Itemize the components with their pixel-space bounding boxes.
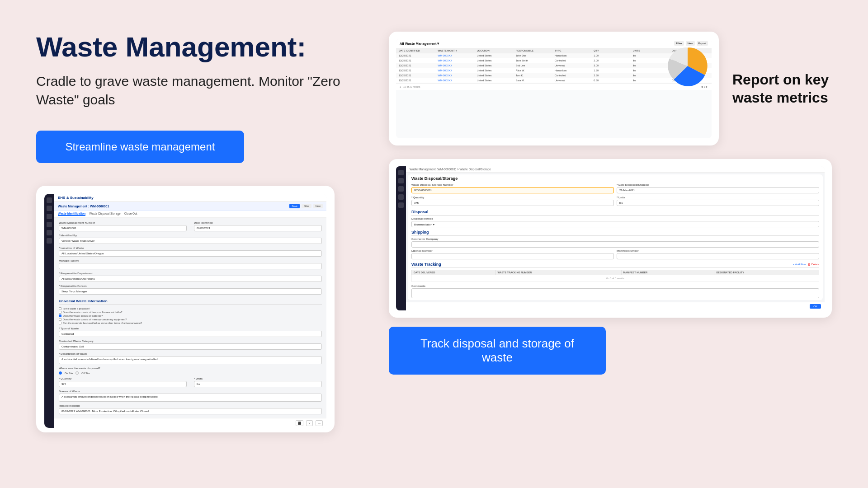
right-save-btn[interactable]: OK bbox=[810, 304, 821, 309]
field-comments: Comments bbox=[411, 285, 819, 298]
field-row-1: Waste Management Number WM-000001 Date I… bbox=[59, 221, 322, 231]
input-source[interactable]: A substantial amount of diesel has been … bbox=[59, 394, 322, 402]
new-btn[interactable]: New bbox=[313, 204, 323, 208]
right-form-bottom-bar: OK bbox=[406, 302, 825, 310]
sidebar-icon-2 bbox=[47, 206, 52, 211]
input-dept[interactable]: All Departments/Operations bbox=[59, 276, 322, 282]
table-export-btn[interactable]: Export bbox=[697, 41, 708, 46]
tracking-actions: + Add Row 🗑 Delete bbox=[793, 263, 819, 266]
table-filter-btn[interactable]: Filter bbox=[674, 41, 684, 46]
input-related-incident[interactable]: 06/07/2021 WM-000001: Mine Production: O… bbox=[59, 408, 322, 414]
right-section-title: Waste Disposal/Storage bbox=[411, 176, 819, 181]
input-description[interactable]: A substantial amount of diesel has been … bbox=[59, 356, 322, 364]
input-category[interactable]: Contaminated Soil bbox=[59, 343, 322, 350]
right-sb-icon-1 bbox=[398, 170, 404, 175]
cell-date: 12/28/2021 bbox=[399, 79, 436, 82]
track-disposal-cta-button[interactable]: Track disposal and storage of waste bbox=[389, 327, 606, 375]
field-quantity: * Quantity 375 bbox=[411, 196, 614, 206]
th-manifest-num: MANIFEST NUMBER bbox=[621, 270, 714, 275]
section-universal-waste: Universal Waste Information bbox=[59, 299, 322, 305]
label-manage-facility: Manage Facility bbox=[59, 259, 322, 262]
label-wm-number: Waste Management Number bbox=[59, 221, 187, 224]
save-btn[interactable]: Save bbox=[289, 204, 300, 208]
cb-mercury[interactable] bbox=[59, 318, 61, 321]
field-identified-by: * Identified By Vendor: Waste Truck Driv… bbox=[59, 234, 322, 244]
input-wm-number[interactable]: WM-000001 bbox=[59, 225, 187, 231]
cell-wm[interactable]: WM-000XXX bbox=[438, 59, 475, 62]
field-manifest: Manifest Number bbox=[617, 249, 819, 259]
bottom-more-btn[interactable]: ⋯ bbox=[316, 420, 323, 426]
mock-form-area: Waste Management Number WM-000001 Date I… bbox=[54, 218, 326, 418]
cb-lamps[interactable] bbox=[59, 311, 61, 314]
input-location[interactable]: All Locations/United States/Oregon bbox=[59, 250, 322, 257]
field-location: * Location of Waste All Locations/United… bbox=[59, 247, 322, 257]
cell-wm[interactable]: WM-000XXX bbox=[438, 54, 475, 57]
input-units-right[interactable]: lbs bbox=[617, 200, 819, 206]
input-license[interactable] bbox=[411, 253, 614, 259]
cb-other[interactable] bbox=[59, 322, 61, 324]
sidebar-icon-3 bbox=[47, 214, 52, 219]
table-row: 12/28/2021 WM-000XXX United States Jane … bbox=[396, 58, 712, 63]
field-type-waste: * Type of Waste Controlled bbox=[59, 327, 322, 337]
cb-label-batteries: Does the waste consist of batteries? bbox=[63, 314, 103, 317]
delete-row-btn[interactable]: 🗑 Delete bbox=[808, 263, 819, 266]
checkbox-pesticide: Is the waste a pesticide? bbox=[59, 307, 322, 310]
input-contractor[interactable] bbox=[411, 241, 819, 248]
tracking-title: Waste Tracking bbox=[411, 262, 441, 267]
input-date-shipped[interactable]: 23-Mar-2021 bbox=[617, 187, 819, 193]
cell-loc: United States bbox=[477, 69, 514, 72]
field-where-disposed: Where was the waste disposed? On Site Of… bbox=[59, 367, 322, 375]
cell-units: lbs bbox=[633, 74, 670, 77]
table-new-btn[interactable]: New bbox=[686, 41, 695, 46]
checkbox-group: Is the waste a pesticide? Does the waste… bbox=[59, 307, 322, 324]
cell-wm[interactable]: WM-000XXX bbox=[438, 74, 475, 77]
input-disposal-method[interactable]: Bioremediation ▾ bbox=[411, 221, 819, 227]
cell-wm[interactable]: WM-000XXX bbox=[438, 64, 475, 67]
tracking-table: DATE DELIVERED WASTE TRACKING NUMBER MAN… bbox=[411, 270, 819, 282]
cell-wm[interactable]: WM-000XXX bbox=[438, 79, 475, 82]
input-person[interactable]: Story, Tony: Manager bbox=[59, 288, 322, 295]
sidebar-icon-4 bbox=[47, 222, 52, 227]
radio-off-site[interactable] bbox=[75, 371, 79, 375]
cell-units: lbs bbox=[633, 69, 670, 72]
input-units[interactable]: lbs bbox=[194, 381, 322, 387]
disposal-section: Disposal Disposal Method Bioremediation … bbox=[411, 210, 819, 227]
breadcrumb-storage[interactable]: Waste Disposal Storage bbox=[89, 212, 121, 216]
right-sb-icon-3 bbox=[398, 186, 404, 192]
filter-btn[interactable]: Filter bbox=[302, 204, 311, 208]
cb-pesticide[interactable] bbox=[59, 307, 61, 310]
cell-loc: United States bbox=[477, 59, 514, 62]
input-manifest[interactable] bbox=[617, 253, 819, 259]
field-source: Source of Waste A substantial amount of … bbox=[59, 390, 322, 402]
input-manage-facility[interactable] bbox=[59, 263, 322, 269]
breadcrumb-closeout[interactable]: Close Out bbox=[124, 212, 137, 216]
field-person: * Responsible Person Story, Tony: Manage… bbox=[59, 285, 322, 295]
cell-type: Controlled bbox=[555, 74, 592, 77]
input-identified-by[interactable]: Vendor: Waste Truck Driver bbox=[59, 238, 322, 244]
table-with-chart: DATE IDENTIFIED WASTE MGMT # LOCATION RE… bbox=[396, 48, 712, 83]
input-quantity[interactable]: 375 bbox=[411, 200, 614, 206]
cell-person: Bob Lee bbox=[516, 64, 553, 67]
add-row-btn[interactable]: + Add Row bbox=[793, 263, 806, 266]
bottom-delete-btn[interactable]: ✕ bbox=[306, 420, 313, 426]
input-type-waste[interactable]: Controlled bbox=[59, 331, 322, 337]
input-date-identified[interactable]: 06/07/2021 bbox=[194, 225, 322, 231]
radio-on-site[interactable] bbox=[59, 371, 62, 375]
table-footer: 1 - 10 of 20 results ◀ 1 ▶ bbox=[396, 83, 712, 90]
cell-date: 12/28/2021 bbox=[399, 69, 436, 72]
breadcrumb-identification[interactable]: Waste Identification bbox=[58, 212, 85, 216]
streamline-cta-button[interactable]: Streamline waste management bbox=[36, 131, 244, 163]
input-comments[interactable] bbox=[411, 288, 819, 298]
cb-batteries[interactable] bbox=[59, 314, 61, 317]
cell-qty: 1.00 bbox=[594, 54, 631, 57]
input-qty[interactable]: 375 bbox=[59, 381, 187, 387]
tracking-no-results: 0 - 0 of 0 results bbox=[412, 275, 819, 282]
sidebar-icon-1 bbox=[47, 197, 52, 203]
cell-wm[interactable]: WM-000XXX bbox=[438, 69, 475, 72]
cb-label-lamps: Does the waste consist of lamps or fluor… bbox=[63, 311, 122, 314]
table-title: All Waste Management ▾ bbox=[400, 42, 439, 46]
main-container: Waste Management: Cradle to grave waste … bbox=[0, 0, 868, 488]
input-storage-number[interactable]: WDS-0000001 bbox=[411, 187, 614, 193]
bottom-save-btn[interactable]: ⬛ bbox=[296, 420, 303, 426]
col-date: DATE IDENTIFIED bbox=[399, 49, 436, 52]
